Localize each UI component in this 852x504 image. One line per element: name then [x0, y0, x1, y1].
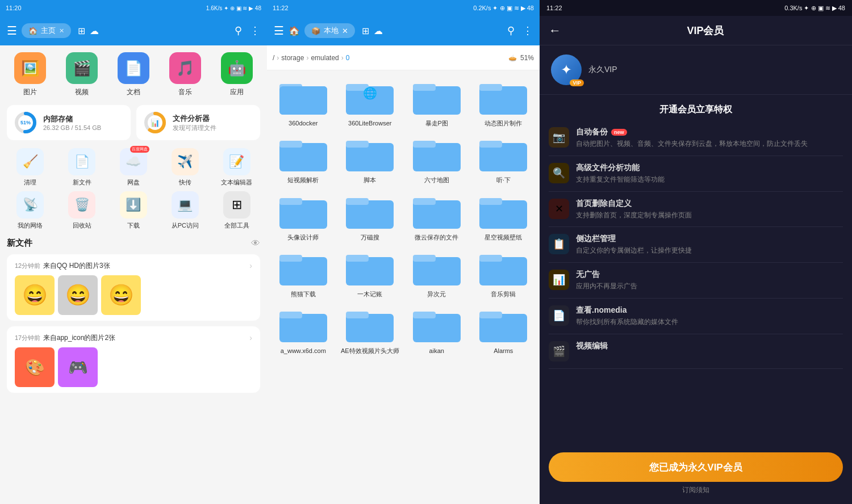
folder-360docker[interactable]: 360docker [273, 76, 334, 127]
folder-xingkong[interactable]: 星空视频壁纸 [473, 190, 534, 241]
tab-grid-icon-p1[interactable]: ⊞ [78, 26, 85, 36]
analyzer-sub: 发现可清理文件 [173, 124, 216, 132]
folder-weiyun[interactable]: 微云保存的文件 [406, 190, 467, 241]
analyzer-card[interactable]: 📊 文件分析器 发现可清理文件 [136, 105, 260, 140]
category-apps[interactable]: 🤖 应用 [213, 52, 260, 97]
svg-rect-12 [479, 84, 502, 91]
search-icon-p1[interactable]: ⚲ [235, 24, 242, 37]
category-music[interactable]: 🎵 音乐 [161, 52, 208, 97]
local-tab-close[interactable]: ✕ [342, 27, 348, 35]
folder-wancisou[interactable]: 万磁搜 [340, 190, 401, 241]
tool-newfile[interactable]: 📄 新文件 [59, 148, 106, 187]
vip-profile: ✦ VIP 永久VIP [540, 45, 852, 95]
folder-label-dongtaitu: 动态图片制作 [485, 119, 522, 127]
folder-panda[interactable]: 熊猫下载 [273, 247, 334, 298]
content-p1: 🖼️ 图片 🎬 视频 📄 文档 🎵 音乐 🤖 应用 [0, 45, 267, 504]
cloud-icon-p1[interactable]: ☁ [90, 26, 99, 36]
feature-title-home-customize: 首页删除自定义 [576, 199, 692, 209]
folder-shortvideo[interactable]: 短视频解析 [273, 133, 334, 184]
tool-all[interactable]: ⊞ 全部工具 [213, 191, 260, 230]
folder-sixmap[interactable]: 六寸地图 [406, 133, 467, 184]
vip-cta-button[interactable]: 您已成为永久VIP会员 [549, 452, 843, 482]
search-icon-p2[interactable]: ⚲ [507, 24, 515, 37]
svg-rect-24 [346, 198, 369, 205]
folder-label-script: 脚本 [364, 176, 376, 184]
folder-360litebrowser[interactable]: 🌐 360LiteBrowser [340, 76, 401, 127]
folder-yimu[interactable]: 一木记账 [340, 247, 401, 298]
tool-trash[interactable]: 🗑️ 回收站 [59, 191, 106, 230]
folder-script[interactable]: 脚本 [340, 133, 401, 184]
storage-pie-icon: 🥧 [508, 54, 517, 62]
vip-feature-home-customize[interactable]: ✕ 首页删除自定义 支持删除首页，深度定制专属操作页面 [549, 192, 843, 228]
feature-title-nomedia: 查看.nomedia [576, 305, 678, 316]
breadcrumb-storage[interactable]: storage [281, 54, 304, 62]
file-group-1[interactable]: 17分钟前 来自app_icon的图片2张 › 🎨 🎮 [7, 326, 260, 393]
more-icon-p2[interactable]: ⋮ [523, 24, 533, 37]
avatar-icon: ✦ [561, 62, 572, 78]
tool-trash-label: 回收站 [73, 221, 91, 230]
folder-aikan[interactable]: aikan [406, 304, 467, 355]
folder-tingxia[interactable]: 听·下 [473, 133, 534, 184]
tool-newfile-label: 新文件 [73, 178, 91, 187]
file-group-0[interactable]: 12分钟前 来自QQ HD的图片3张 › 😄 😄 😄 [7, 254, 260, 321]
folder-label-tingxia: 听·下 [496, 176, 511, 184]
folder-dongtaitu[interactable]: 动态图片制作 [473, 76, 534, 127]
home-icon-p2[interactable]: 🏠 [289, 26, 300, 36]
eye-icon[interactable]: 👁 [251, 238, 260, 249]
menu-icon-p2[interactable]: ☰ [274, 24, 284, 37]
back-icon-p3[interactable]: ← [549, 23, 561, 38]
vip-feature-advanced-analysis[interactable]: 🔍 高级文件分析功能 支持重复文件智能筛选等功能 [549, 156, 843, 192]
tool-download[interactable]: ⬇️ 下载 [110, 191, 157, 230]
folder-ae[interactable]: AE特效视频片头大师 [340, 304, 401, 355]
svg-rect-22 [279, 198, 302, 205]
category-images[interactable]: 🖼️ 图片 [7, 52, 54, 97]
tool-clean[interactable]: 🧹 清理 [7, 148, 54, 187]
breadcrumb-emulated[interactable]: emulated [311, 54, 339, 62]
local-tab-p2[interactable]: 📦 本地 ✕ [304, 23, 355, 38]
file-group-1-thumbs: 🎨 🎮 [15, 347, 252, 387]
home-tab-icon: 🏠 [28, 27, 37, 35]
svg-rect-20 [479, 141, 502, 148]
file-group-0-thumbs: 😄 😄 😄 [15, 275, 252, 315]
tool-network[interactable]: 📡 我的网络 [7, 191, 54, 230]
vip-feature-auto-backup[interactable]: 📷 自动备份 new 自动把图片、视频、音频、文件夹保存到云盘，释放本地空间，防… [549, 120, 843, 156]
vip-feature-video-edit[interactable]: 🎬 视频编辑 [549, 334, 843, 369]
storage-title: 内部存储 [43, 114, 101, 124]
home-tab-p1[interactable]: 🏠 主页 ✕ [22, 23, 71, 38]
feature-icon-home-customize: ✕ [549, 199, 569, 219]
vip-sub-text[interactable]: 订阅须知 [549, 485, 843, 495]
tool-pc[interactable]: 💻 从PC访问 [161, 191, 208, 230]
tool-cloud[interactable]: ☁️ 百度网盘 网盘 [110, 148, 157, 187]
tool-transfer[interactable]: ✈️ 快传 [161, 148, 208, 187]
file-group-1-header: 17分钟前 来自app_icon的图片2张 › [15, 332, 252, 343]
folder-baopaotu[interactable]: 暴走P图 [406, 76, 467, 127]
file-group-1-arrow: › [249, 333, 252, 342]
cloud-icon-p2[interactable]: ☁ [374, 26, 383, 36]
folder-head[interactable]: 头像设计师 [273, 190, 334, 241]
vip-feature-nomedia[interactable]: 📄 查看.nomedia 帮你找到所有系统隐藏的媒体文件 [549, 299, 843, 334]
feature-text-advanced-analysis: 高级文件分析功能 支持重复文件智能筛选等功能 [576, 163, 665, 184]
breadcrumb-0[interactable]: 0 [346, 54, 350, 62]
panel-vip: 11:22 0.3K/s ✦ ⊕ ▣ ≋ ▶ 48 ← VIP会员 ✦ VIP … [540, 0, 852, 504]
feature-desc-sidebar: 自定义你的专属侧边栏，让操作更快捷 [576, 246, 692, 255]
vip-feature-no-ads[interactable]: 📊 无广告 应用内不再显示广告 [549, 263, 843, 299]
folder-awww[interactable]: a_www.x6d.com [273, 304, 334, 355]
tool-editor[interactable]: 📝 文本编辑器 [213, 148, 260, 187]
more-icon-p1[interactable]: ⋮ [250, 24, 260, 37]
folder-musiccut[interactable]: 音乐剪辑 [473, 247, 534, 298]
tab-grid-icon-p2[interactable]: ⊞ [362, 26, 369, 36]
time-p1: 11:20 [6, 5, 22, 11]
breadcrumb-root[interactable]: / [273, 54, 274, 62]
category-docs[interactable]: 📄 文档 [110, 52, 157, 97]
folder-label-sixmap: 六寸地图 [424, 176, 449, 184]
home-tab-close[interactable]: ✕ [59, 27, 64, 35]
internal-storage-card[interactable]: 51% 内部存储 26.32 GB / 51.54 GB [7, 105, 131, 140]
file-group-1-meta: 17分钟前 来自app_icon的图片2张 [15, 332, 115, 343]
svg-rect-6 [279, 86, 327, 115]
vip-feature-sidebar[interactable]: 📋 侧边栏管理 自定义你的专属侧边栏，让操作更快捷 [549, 227, 843, 263]
status-bar-p1: 11:20 1.6K/s ✦ ⊕ ▣ ≋ ▶ 48 [0, 0, 267, 16]
folder-yiciyuan[interactable]: 异次元 [406, 247, 467, 298]
folder-alarms[interactable]: Alarms [473, 304, 534, 355]
menu-icon-p1[interactable]: ☰ [7, 24, 17, 37]
category-video[interactable]: 🎬 视频 [59, 52, 106, 97]
